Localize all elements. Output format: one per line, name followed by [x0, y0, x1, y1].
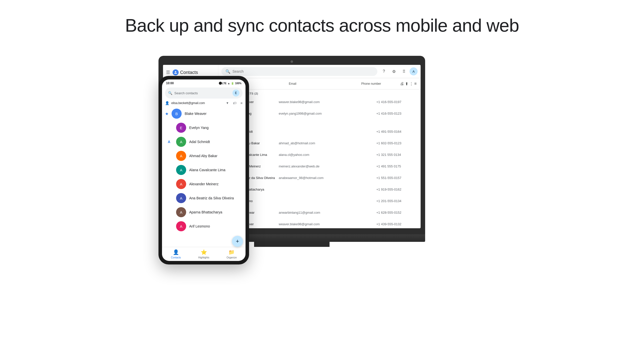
contact-avatar: A	[176, 137, 186, 147]
laptop-camera	[291, 60, 293, 63]
account-dropdown-icon[interactable]: ▼	[226, 101, 229, 105]
export-button[interactable]: ⬆	[405, 80, 408, 87]
contact-phone: +1 416-555-0123	[376, 112, 417, 115]
contact-avatar: A	[176, 207, 186, 217]
help-button[interactable]: ?	[379, 67, 388, 76]
contacts-logo: Contacts	[173, 69, 198, 75]
laptop-stand	[254, 242, 330, 247]
organize-bottom-icon: 📁	[228, 249, 235, 255]
contact-name: Arif Lesmono	[189, 224, 210, 228]
contacts-logo-icon	[173, 69, 179, 75]
contact-name: Adal Schmidt	[189, 140, 210, 144]
phone: 10:00 LTE ▲ 🔋 100% 🔍 Search contacts E 👤	[158, 76, 249, 264]
phone-filter-icon[interactable]: ≡	[240, 101, 243, 105]
hamburger-icon[interactable]: ☰	[166, 70, 170, 75]
toolbar-actions: ? ⚙ ⠿ A	[379, 67, 418, 76]
phone-nav-organize[interactable]: 📁 Organize	[218, 249, 246, 259]
highlights-bottom-icon: ⭐	[201, 249, 207, 255]
contact-name: Blake Weaver	[185, 112, 207, 116]
contacts-bottom-label: Contacts	[171, 256, 181, 259]
list-item[interactable]: E Evelyn Yang	[162, 121, 246, 135]
signal-icon: ▲	[228, 82, 230, 85]
contact-avatar: A	[176, 193, 186, 203]
contact-phone: +1 201-555-0134	[376, 199, 417, 203]
search-bar[interactable]: 🔍	[221, 67, 377, 76]
user-avatar[interactable]: A	[410, 67, 418, 75]
phone-account-email: elisa.beckett@gmail.com	[171, 101, 224, 105]
settings-button[interactable]: ⚙	[389, 67, 398, 76]
print-button[interactable]: 🖨	[400, 80, 404, 87]
contact-email: ahmad_ab@hotmail.com	[279, 141, 376, 145]
list-view-button[interactable]: ≡	[414, 80, 417, 87]
toolbar: 🔍 ? ⚙ ⠿ A	[218, 65, 421, 78]
phone-search-bar[interactable]: 🔍 Search contacts E	[165, 87, 243, 99]
list-item[interactable]: A Arif Lesmono	[162, 219, 246, 233]
search-icon: 🔍	[225, 69, 230, 74]
apps-button[interactable]: ⠿	[399, 67, 409, 76]
phone-time: 10:00	[166, 81, 219, 85]
phone-label-icon[interactable]: 🏷	[233, 101, 236, 105]
contact-name: Aparna Bhattacharya	[189, 210, 222, 214]
app-logo-text: Contacts	[180, 70, 198, 75]
contact-avatar: A	[176, 221, 186, 231]
list-item[interactable]: A A Adal Schmidt	[162, 135, 246, 149]
list-item[interactable]: ★ B Blake Weaver	[162, 107, 246, 121]
contact-name: Ana Beatriz da Silva Oliveira	[189, 196, 234, 200]
organize-bottom-label: Organize	[226, 256, 237, 259]
contact-phone: +1 491-555-0164	[376, 130, 417, 133]
contact-phone: +1 919-555-0162	[376, 188, 417, 191]
devices-container: ☰ Contacts + Create contact	[158, 56, 486, 332]
phone-search-icon: 🔍	[168, 91, 172, 95]
list-item[interactable]: A Ahmad Aby Bakar	[162, 149, 246, 163]
phone-bottom-nav: 👤 Contacts ⭐ Highlights 📁 Organize	[162, 247, 246, 261]
contact-email: anabeaamor_98@hotmail.com	[279, 176, 376, 180]
phone-nav-highlights[interactable]: ⭐ Highlights	[190, 249, 218, 259]
phone-fab-button[interactable]: +	[232, 236, 243, 247]
contact-avatar: A	[176, 179, 186, 189]
contact-avatar: E	[176, 123, 186, 133]
contact-name: Evelyn Yang	[189, 126, 209, 130]
col-phone-header: Phone number	[361, 82, 401, 85]
list-item[interactable]: A Alexander Meinerz	[162, 177, 246, 191]
phone-screen: 10:00 LTE ▲ 🔋 100% 🔍 Search contacts E 👤	[162, 79, 246, 261]
phone-account-avatar[interactable]: E	[232, 89, 239, 97]
contact-email: meinerz.alexander@web.de	[279, 164, 376, 168]
more-button[interactable]: ⋮	[409, 80, 413, 87]
contact-avatar: A	[176, 151, 186, 161]
battery-percent: 100%	[235, 82, 242, 85]
contact-phone: +1 491 555 0175	[376, 164, 417, 168]
contact-phone: +1 551-555-0157	[376, 176, 417, 180]
phone-nav-contacts[interactable]: 👤 Contacts	[162, 249, 190, 259]
battery-icon: 🔋	[231, 82, 234, 85]
phone-search-placeholder: Search contacts	[174, 91, 198, 95]
col-email-header: Email	[289, 82, 361, 85]
list-item[interactable]: A Ana Beatriz da Silva Oliveira	[162, 191, 246, 205]
phone-status-bar: 10:00 LTE ▲ 🔋 100%	[162, 79, 246, 86]
contacts-bottom-icon: 👤	[173, 249, 179, 255]
account-icon: 👤	[165, 101, 169, 105]
list-item[interactable]: A Aparna Bhattacharya	[162, 205, 246, 219]
page-title: Back up and sync contacts across mobile …	[125, 15, 519, 36]
contact-name: Ahmad Aby Bakar	[189, 154, 217, 158]
star-icon: ★	[165, 111, 169, 116]
phone-contacts-list: ★ B Blake Weaver E Evelyn Yang A A Adal …	[162, 107, 246, 247]
contact-email: weaver.blake98@gmail.com	[279, 222, 376, 226]
list-item[interactable]: A Alana Cavalcante Lima	[162, 163, 246, 177]
phone-camera-notch	[219, 82, 222, 85]
phone-account-bar: 👤 elisa.beckett@gmail.com ▼ 🏷 ≡	[162, 100, 246, 107]
contact-email: weaver.blake98@gmail.com	[279, 100, 376, 104]
contact-phone: +1 628-555-0152	[376, 211, 417, 214]
contact-email: anwarbintang11@gmail.com	[279, 211, 376, 214]
search-input[interactable]	[232, 69, 373, 73]
contact-email: alana.cl@yahoo.com	[279, 153, 376, 157]
contact-avatar: B	[172, 109, 182, 119]
contact-name: Alana Cavalcante Lima	[189, 168, 225, 172]
contact-avatar: A	[176, 165, 186, 175]
contact-phone: +1 602-555-0123	[376, 141, 417, 145]
highlights-bottom-label: Highlights	[198, 256, 209, 259]
contact-name: Alexander Meinerz	[189, 182, 219, 186]
lte-indicator: LTE	[222, 82, 226, 85]
contact-phone: +1 321 555 0134	[376, 153, 417, 157]
contact-phone: +1 416-555-0197	[376, 100, 417, 104]
phone-indicators: LTE ▲ 🔋 100%	[222, 82, 242, 85]
